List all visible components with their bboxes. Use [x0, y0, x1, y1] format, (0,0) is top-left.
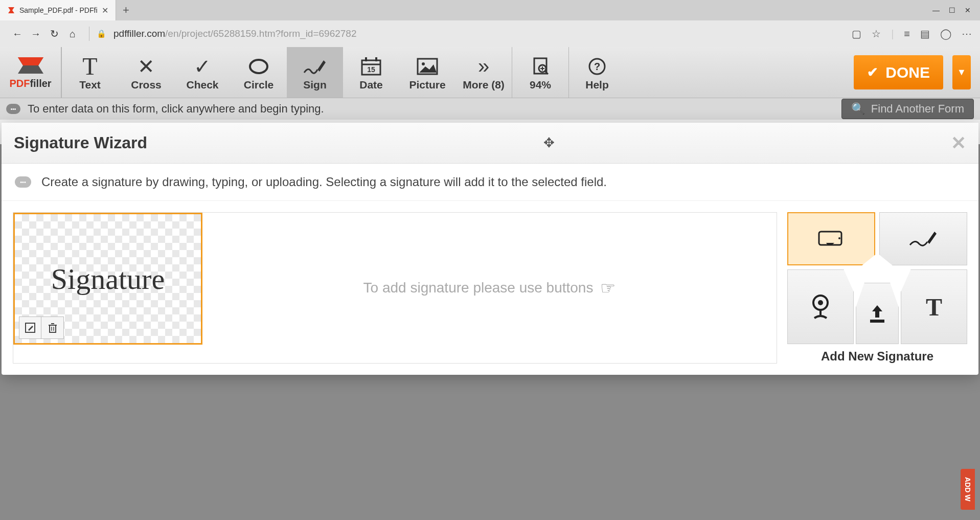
move-handle-icon[interactable]: ✥ [147, 135, 951, 151]
tool-cross[interactable]: ✕ Cross [118, 47, 174, 98]
tool-circle[interactable]: Circle [231, 47, 287, 98]
tool-check[interactable]: ✓ Check [174, 47, 231, 98]
pointing-hand-icon: ☞ [600, 278, 616, 298]
svg-point-10 [422, 62, 425, 65]
modal-subheader: ••• Create a signature by drawing, typin… [2, 164, 978, 201]
minimize-icon[interactable]: — [932, 6, 940, 14]
url-host: pdffiller.com [113, 28, 165, 39]
modal-close-button[interactable]: ✕ [951, 132, 966, 154]
svg-point-27 [818, 300, 823, 305]
browser-tab[interactable]: Sample_PDF.pdf - PDFfi ✕ [0, 0, 116, 20]
reading-list-icon[interactable]: ≡ [904, 28, 910, 40]
modal-title: Signature Wizard [14, 133, 147, 152]
separator [89, 27, 89, 41]
signature-actions [19, 316, 64, 339]
favicon-icon [7, 6, 15, 14]
find-form-label: Find Another Form [871, 102, 964, 116]
modal-header: Signature Wizard ✥ ✕ [2, 123, 978, 164]
url-path: /en/project/65288159.htm?form_id=6962782 [165, 28, 356, 39]
upload-icon [867, 302, 887, 325]
separator: | [891, 28, 894, 40]
notes-icon[interactable]: ▤ [920, 28, 930, 40]
hint-bubble-icon: ••• [6, 104, 20, 114]
tool-picture[interactable]: Picture [399, 47, 455, 98]
add-widget-tab[interactable]: ADD W [961, 469, 975, 510]
add-signature-panel: T Add New Signature [787, 212, 967, 364]
tool-text[interactable]: T Text [62, 47, 118, 98]
share-icon[interactable]: ◯ [940, 28, 951, 40]
tool-more[interactable]: » More (8) [455, 47, 512, 98]
svg-text:15: 15 [367, 65, 375, 74]
tool-date[interactable]: 15 Date [343, 47, 399, 98]
svg-rect-7 [375, 57, 377, 61]
addr-right-icons: ▢ ☆ | ≡ ▤ ◯ ⋯ [852, 28, 972, 40]
info-bubble-icon: ••• [15, 176, 31, 188]
svg-point-3 [250, 60, 267, 73]
done-label: DONE [885, 64, 930, 81]
sign-icon [302, 54, 328, 79]
trash-icon [48, 322, 58, 333]
svg-marker-2 [18, 57, 43, 65]
back-button[interactable]: ← [8, 25, 27, 43]
add-signature-grid: T [787, 212, 967, 344]
zoom-control[interactable]: 94% [512, 47, 568, 98]
signature-row: Signature To add signature please use bu… [13, 212, 777, 364]
done-dropdown[interactable]: ▼ [952, 55, 971, 89]
home-button[interactable]: ⌂ [63, 25, 82, 43]
lock-icon: 🔒 [97, 29, 106, 38]
svg-rect-19 [50, 325, 56, 332]
more-icon[interactable]: ⋯ [962, 28, 972, 40]
signature-wizard-modal: Signature Wizard ✥ ✕ ••• Create a signat… [2, 123, 978, 375]
done-button[interactable]: ✔ DONE [854, 55, 943, 89]
hint-bar: ••• To enter data on this form, click an… [0, 98, 980, 120]
saved-signature-card[interactable]: Signature [13, 213, 202, 345]
favorite-icon[interactable]: ☆ [872, 28, 881, 40]
refresh-button[interactable]: ↻ [45, 25, 63, 43]
capture-mobile-button[interactable] [787, 212, 875, 265]
reading-view-icon[interactable]: ▢ [852, 28, 861, 40]
more-chevron-icon: » [478, 54, 489, 79]
close-window-icon[interactable]: ✕ [965, 6, 971, 14]
zoom-icon [531, 54, 550, 79]
zoom-value: 94% [530, 79, 551, 91]
logo[interactable]: PDFfiller [0, 47, 61, 98]
placeholder-text: To add signature please use buttons [363, 280, 594, 296]
tab-close-icon[interactable]: ✕ [102, 6, 108, 15]
window-controls: — ☐ ✕ [923, 6, 980, 14]
webcam-icon [809, 293, 832, 320]
draw-signature-button[interactable] [879, 212, 967, 265]
tab-bar: Sample_PDF.pdf - PDFfi ✕ + — ☐ ✕ [0, 0, 980, 20]
maximize-icon[interactable]: ☐ [949, 6, 955, 14]
tool-sign[interactable]: Sign [287, 47, 343, 98]
new-tab-button[interactable]: + [116, 4, 136, 17]
circle-icon [248, 54, 269, 79]
modal-body: Signature To add signature please use bu… [2, 201, 978, 375]
help-icon: ? [588, 54, 606, 79]
help-label: Help [585, 79, 609, 91]
hint-text: To enter data on this form, click anywhe… [28, 102, 324, 116]
forward-button[interactable]: → [27, 25, 45, 43]
delete-signature-button[interactable] [41, 316, 64, 339]
date-icon: 15 [360, 54, 382, 79]
address-bar: ← → ↻ ⌂ 🔒 pdffiller.com/en/project/65288… [0, 20, 980, 47]
cross-icon: ✕ [138, 54, 155, 79]
help-button[interactable]: ? Help [569, 47, 625, 98]
logo-text: PDFfiller [9, 78, 51, 89]
webcam-signature-button[interactable] [787, 269, 854, 344]
signature-preview: Signature [51, 262, 165, 296]
check-icon: ✓ [194, 54, 211, 79]
logo-icon [16, 55, 45, 76]
picture-icon [416, 54, 439, 79]
type-signature-button[interactable]: T [901, 269, 967, 344]
app-toolbar: PDFfiller T Text ✕ Cross ✓ Check Circle … [0, 47, 980, 98]
tab-title: Sample_PDF.pdf - PDFfi [19, 6, 98, 14]
phone-hand-icon [816, 228, 847, 250]
browser-chrome: Sample_PDF.pdf - PDFfi ✕ + — ☐ ✕ ← → ↻ ⌂… [0, 0, 980, 47]
find-another-form-button[interactable]: 🔍 Find Another Form [841, 99, 974, 119]
upload-signature-button[interactable] [856, 283, 899, 344]
url-text[interactable]: pdffiller.com/en/project/65288159.htm?fo… [113, 28, 357, 39]
edit-signature-button[interactable] [19, 316, 41, 339]
done-check-icon: ✔ [867, 64, 878, 80]
add-signature-label: Add New Signature [787, 349, 967, 364]
edit-icon [25, 322, 36, 333]
